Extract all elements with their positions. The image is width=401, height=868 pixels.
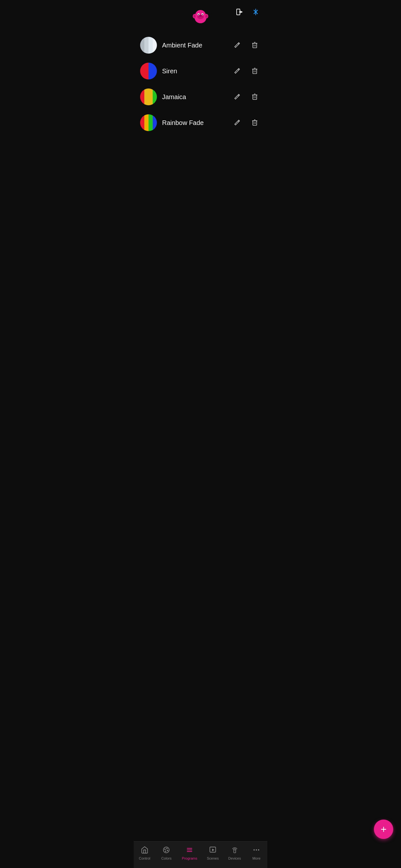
edit-program-button[interactable] xyxy=(231,116,243,129)
svg-line-34 xyxy=(238,121,239,122)
signin-button[interactable] xyxy=(235,6,245,19)
delete-program-button[interactable] xyxy=(249,39,261,52)
header xyxy=(134,0,267,29)
list-item: Ambient Fade xyxy=(134,32,267,58)
svg-line-16 xyxy=(238,43,239,44)
list-item: Jamaica xyxy=(134,84,267,110)
edit-program-button[interactable] xyxy=(231,39,243,52)
program-color-preview xyxy=(140,63,157,80)
nav-item-programs[interactable]: Programs xyxy=(179,845,200,862)
program-name: Rainbow Fade xyxy=(162,119,226,127)
svg-rect-17 xyxy=(253,43,257,48)
delete-program-button[interactable] xyxy=(249,65,261,78)
nav-label-devices: Devices xyxy=(228,857,241,860)
programs-icon xyxy=(186,846,193,855)
bottom-navigation: ControlColorsProgramsScenesDevicesMore xyxy=(134,841,267,868)
svg-marker-49 xyxy=(212,848,214,851)
svg-point-10 xyxy=(202,14,203,15)
nav-label-more: More xyxy=(252,857,260,860)
program-name: Siren xyxy=(162,67,226,75)
program-name: Jamaica xyxy=(162,93,226,101)
nav-item-colors[interactable]: Colors xyxy=(158,845,175,862)
svg-rect-50 xyxy=(234,850,236,853)
svg-point-12 xyxy=(199,16,200,16)
svg-line-22 xyxy=(238,69,239,70)
svg-line-28 xyxy=(238,95,239,96)
program-color-preview xyxy=(140,37,157,54)
svg-point-40 xyxy=(163,847,169,853)
nav-label-control: Control xyxy=(139,857,150,860)
edit-program-button[interactable] xyxy=(231,90,243,104)
svg-point-53 xyxy=(258,849,259,850)
app-logo xyxy=(191,6,210,26)
svg-point-9 xyxy=(198,14,199,15)
more-icon xyxy=(252,846,260,855)
svg-rect-23 xyxy=(253,69,257,73)
nav-item-scenes[interactable]: Scenes xyxy=(204,845,222,862)
program-color-preview xyxy=(140,114,157,131)
edit-program-button[interactable] xyxy=(231,65,243,78)
colors-icon xyxy=(162,846,170,855)
svg-point-41 xyxy=(164,848,166,850)
svg-point-42 xyxy=(166,848,167,849)
svg-point-52 xyxy=(256,849,257,850)
svg-point-44 xyxy=(165,850,166,852)
program-name: Ambient Fade xyxy=(162,42,226,49)
list-item: Rainbow Fade xyxy=(134,110,267,135)
header-actions xyxy=(235,6,261,19)
program-color-preview xyxy=(140,89,157,105)
control-icon xyxy=(141,846,149,855)
svg-rect-35 xyxy=(253,121,257,125)
nav-label-programs: Programs xyxy=(182,857,197,860)
nav-item-devices[interactable]: Devices xyxy=(226,845,243,862)
nav-label-scenes: Scenes xyxy=(207,857,219,860)
nav-item-more[interactable]: More xyxy=(248,845,266,862)
nav-label-colors: Colors xyxy=(161,857,172,860)
nav-item-control[interactable]: Control xyxy=(135,845,153,862)
delete-program-button[interactable] xyxy=(249,116,261,129)
list-item: Siren xyxy=(134,58,267,84)
svg-rect-29 xyxy=(253,95,257,99)
scenes-icon xyxy=(209,846,217,855)
delete-program-button[interactable] xyxy=(249,90,261,104)
svg-point-43 xyxy=(167,850,168,851)
programs-list: Ambient Fade Siren Jamaica xyxy=(134,29,267,868)
devices-icon xyxy=(231,846,239,855)
svg-point-51 xyxy=(253,849,255,850)
svg-point-13 xyxy=(201,16,202,16)
bluetooth-button[interactable] xyxy=(251,7,261,18)
